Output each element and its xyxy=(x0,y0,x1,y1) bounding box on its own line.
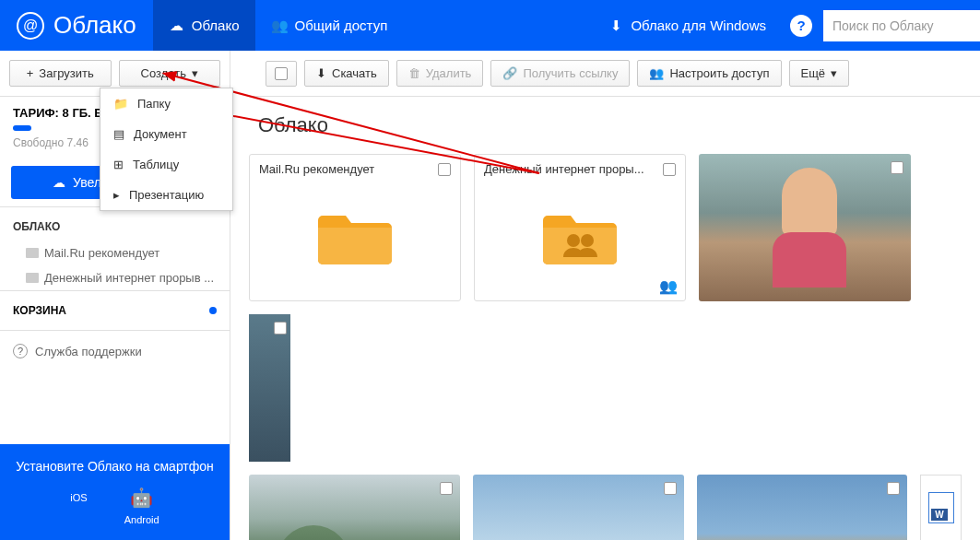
card-checkbox[interactable] xyxy=(891,161,903,174)
support-link[interactable]: ? Служба поддержки xyxy=(0,330,230,371)
create-document-item[interactable]: ▤Документ xyxy=(100,119,232,149)
storage-progress xyxy=(13,125,31,131)
ios-label: iOS xyxy=(70,492,87,503)
document-thumbnail-partial[interactable] xyxy=(920,475,962,540)
tab-cloud[interactable]: ☁ Облако xyxy=(153,0,256,51)
cloud-icon: ☁ xyxy=(170,18,184,33)
document-icon: ▤ xyxy=(113,127,124,141)
mail-at-icon: @ xyxy=(17,12,44,40)
btn-label: Скачать xyxy=(332,66,377,80)
tab-shared-label: Общий доступ xyxy=(294,18,387,33)
folder-icon: 📁 xyxy=(113,97,128,111)
mobile-promo: Установите Облако на смартфон iOS 🤖 Andr… xyxy=(0,444,230,540)
select-all-checkbox[interactable] xyxy=(266,61,297,87)
create-folder-item[interactable]: 📁Папку xyxy=(100,88,232,119)
tree-item-recommend[interactable]: Mail.Ru рекомендует xyxy=(0,241,230,265)
section-cloud: ОБЛАКО xyxy=(0,206,230,241)
question-circle-icon: ? xyxy=(13,344,28,358)
folder-card-recommend[interactable]: Mail.Ru рекомендует xyxy=(249,154,461,301)
btn-label: Настроить доступ xyxy=(669,66,769,80)
card-title: Денежный интернет проры... xyxy=(484,162,644,176)
support-label: Служба поддержки xyxy=(35,345,142,358)
tree-item-money[interactable]: Денежный интернет прорыв ... xyxy=(0,265,230,290)
trash-label: КОРЗИНА xyxy=(13,304,66,317)
folder-card-money[interactable]: Денежный интернет проры... 👥 xyxy=(474,154,686,301)
presentation-icon: ▸ xyxy=(113,188,120,202)
folder-icon xyxy=(26,248,39,258)
shared-folder-icon xyxy=(543,202,617,266)
breadcrumb: Облако xyxy=(230,97,980,154)
photo-thumbnail[interactable] xyxy=(249,475,460,540)
brand-text: Облако xyxy=(53,11,136,40)
photo-thumbnail[interactable] xyxy=(697,475,908,540)
dd-label: Таблицу xyxy=(133,158,179,171)
folder-icon xyxy=(318,202,392,266)
get-link-button[interactable]: 🔗Получить ссылку xyxy=(490,60,630,87)
tab-cloud-label: Облако xyxy=(192,18,240,33)
dd-label: Папку xyxy=(137,97,171,111)
svg-point-1 xyxy=(581,234,594,247)
tab-shared[interactable]: 👥 Общий доступ xyxy=(255,0,404,51)
photo-thumbnail[interactable] xyxy=(473,475,684,540)
nav-tabs: ☁ Облако 👥 Общий доступ xyxy=(153,0,405,51)
promo-title: Установите Облако на смартфон xyxy=(15,459,215,474)
dd-label: Презентацию xyxy=(129,188,204,202)
create-button[interactable]: Создать ▾ xyxy=(119,60,221,87)
help-icon[interactable]: ? xyxy=(790,15,812,37)
tree-label: Денежный интернет прорыв ... xyxy=(44,271,214,285)
android-icon: 🤖 xyxy=(130,487,153,509)
main-toolbar: ⬇Скачать 🗑Удалить 🔗Получить ссылку 👥Наст… xyxy=(249,51,980,97)
card-checkbox[interactable] xyxy=(438,163,451,176)
upload-button[interactable]: + Загрузить xyxy=(9,60,112,87)
link-icon: 🔗 xyxy=(502,66,517,80)
card-checkbox[interactable] xyxy=(440,482,453,495)
delete-button[interactable]: 🗑Удалить xyxy=(396,60,484,87)
download-button[interactable]: ⬇Скачать xyxy=(304,60,389,87)
folder-icon xyxy=(26,273,39,283)
logo[interactable]: @ Облако xyxy=(0,11,153,40)
download-icon: ⬇ xyxy=(608,18,623,33)
create-dropdown: 📁Папку ▤Документ ⊞Таблицу ▸Презентацию xyxy=(100,88,233,211)
configure-access-button[interactable]: 👥Настроить доступ xyxy=(637,60,781,87)
card-checkbox[interactable] xyxy=(663,163,676,176)
top-bar: @ Облако ☁ Облако 👥 Общий доступ ⬇ Облак… xyxy=(0,0,980,51)
card-title: Mail.Ru рекомендует xyxy=(259,162,374,176)
create-table-item[interactable]: ⊞Таблицу xyxy=(100,149,232,180)
card-checkbox[interactable] xyxy=(664,482,677,495)
dd-label: Документ xyxy=(134,127,187,141)
shared-badge-icon: 👥 xyxy=(659,277,678,295)
notification-dot-icon xyxy=(209,307,217,314)
search-input[interactable]: Поиск по Облаку xyxy=(823,10,980,41)
btn-label: Ещё xyxy=(801,66,826,80)
photo-thumbnail-partial[interactable] xyxy=(249,314,290,462)
word-doc-icon xyxy=(928,492,954,523)
android-label: Android xyxy=(124,514,159,525)
ios-link[interactable]: iOS xyxy=(70,487,87,525)
btn-label: Удалить xyxy=(426,66,472,80)
people-icon: 👥 xyxy=(649,66,664,80)
android-link[interactable]: 🤖 Android xyxy=(124,487,159,525)
card-checkbox[interactable] xyxy=(274,322,287,335)
photo-thumbnail[interactable] xyxy=(699,154,911,301)
download-windows-link[interactable]: ⬇ Облако для Windows xyxy=(596,18,779,33)
tree-label: Mail.Ru рекомендует xyxy=(44,246,159,260)
caret-down-icon: ▾ xyxy=(831,66,837,80)
main-content: ⬇Скачать 🗑Удалить 🔗Получить ссылку 👥Наст… xyxy=(230,51,980,540)
plus-icon: + xyxy=(27,66,34,80)
create-presentation-item[interactable]: ▸Презентацию xyxy=(100,180,232,210)
people-icon: 👥 xyxy=(272,18,287,33)
section-trash[interactable]: КОРЗИНА xyxy=(0,290,230,330)
download-icon: ⬇ xyxy=(316,66,326,80)
trash-icon: 🗑 xyxy=(408,66,420,80)
svg-point-0 xyxy=(567,234,580,247)
card-checkbox[interactable] xyxy=(887,482,900,495)
btn-label: Получить ссылку xyxy=(523,66,618,80)
upload-label: Загрузить xyxy=(39,66,93,80)
download-label: Облако для Windows xyxy=(631,18,766,33)
cloud-icon: ☁ xyxy=(53,175,65,190)
more-button[interactable]: Ещё▾ xyxy=(789,60,850,87)
search-placeholder: Поиск по Облаку xyxy=(832,18,933,33)
table-icon: ⊞ xyxy=(113,158,124,171)
caret-down-icon: ▾ xyxy=(192,66,198,80)
create-label: Создать xyxy=(141,66,186,80)
